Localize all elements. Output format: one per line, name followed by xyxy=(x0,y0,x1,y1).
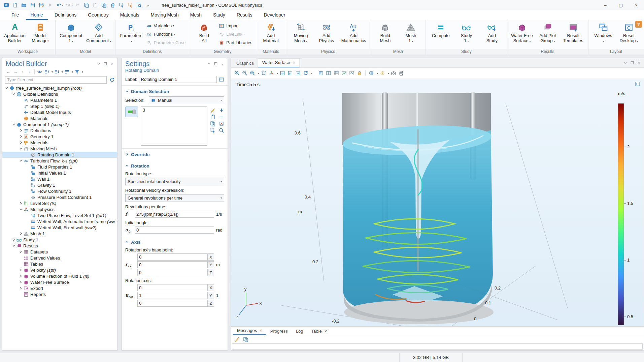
tree-item-definitions[interactable]: Definitions xyxy=(2,127,117,133)
legend-toggle-icon[interactable] xyxy=(634,81,641,87)
tree-item-initial-values-1[interactable]: DInitial Values 1 xyxy=(2,170,117,176)
chevron-down-icon[interactable]: ▾ xyxy=(388,72,389,75)
tree-item-study-1[interactable]: Study 1 xyxy=(2,237,117,243)
messages-tab-table[interactable]: Table× xyxy=(307,328,331,335)
select-box-icon[interactable] xyxy=(210,127,215,133)
tree-item-moving-mesh[interactable]: Moving Mesh xyxy=(2,146,117,152)
transparency-icon[interactable] xyxy=(317,70,324,77)
tree-item-rotating-domain-1[interactable]: Rotating Domain 1 xyxy=(2,152,117,158)
chevron-right-icon[interactable] xyxy=(19,280,23,284)
menu-tab-file[interactable]: File xyxy=(7,10,24,20)
clear-selections-icon[interactable] xyxy=(126,1,135,9)
section-override[interactable]: Override xyxy=(122,150,228,158)
clear-log-icon[interactable] xyxy=(234,336,240,343)
chevron-right-icon[interactable] xyxy=(11,238,16,241)
u-block-z-input[interactable] xyxy=(137,300,208,307)
plot-scene[interactable]: 0.60.4m0.2-0.20.20.10 yxz Time=5.5 s m/s… xyxy=(231,79,644,327)
chevron-right-icon[interactable] xyxy=(19,129,23,132)
environment-icon[interactable] xyxy=(379,70,386,77)
new-file-icon[interactable] xyxy=(11,1,20,9)
chevron-down-icon[interactable]: ▾ xyxy=(62,4,63,7)
surface-table-icon[interactable] xyxy=(333,70,340,77)
select-entities-icon[interactable] xyxy=(117,1,126,9)
menu-tab-materials[interactable]: Materials xyxy=(115,10,144,20)
section-axis[interactable]: Axis xyxy=(122,238,228,246)
menu-tab-study[interactable]: Study xyxy=(208,10,230,20)
add-physics-button[interactable]: AddPhysics xyxy=(314,21,339,49)
tree-item-fluid-properties-1[interactable]: DFluid Properties 1 xyxy=(2,164,117,170)
chevron-down-icon[interactable]: ▾ xyxy=(377,72,378,75)
chevron-right-icon[interactable] xyxy=(19,232,23,235)
tree-item-wall-1[interactable]: DWall 1 xyxy=(2,176,117,182)
tree-item-wetted-wall-automatic-from-frame[interactable]: Wetted Wall, Automatic from frame(ww 1) xyxy=(2,218,117,224)
zoom-to-selection-icon[interactable] xyxy=(219,127,224,133)
application-builder-button[interactable]: AApplicationBuilder xyxy=(2,21,28,49)
graphics-tab-graphics[interactable]: Graphics xyxy=(232,59,258,67)
chevron-down-icon[interactable] xyxy=(19,159,23,162)
tree-item-global-definitions[interactable]: Global Definitions xyxy=(2,91,117,97)
update-plot-icon[interactable] xyxy=(302,70,309,77)
duplicate-icon[interactable] xyxy=(100,1,108,9)
section-domain-selection[interactable]: Domain Selection xyxy=(122,87,228,95)
open-folder-icon[interactable] xyxy=(20,1,28,9)
rename-icon[interactable] xyxy=(219,77,224,82)
close-icon[interactable]: × xyxy=(293,60,295,65)
chevron-right-icon[interactable] xyxy=(19,268,23,272)
chevron-right-icon[interactable] xyxy=(19,202,23,205)
tree-item-parameters-1[interactable]: PiParameters 1 xyxy=(2,97,117,103)
add-component-button[interactable]: AddComponent▾ xyxy=(84,21,113,49)
zoom-in-icon[interactable] xyxy=(234,70,240,77)
add-selection-icon[interactable] xyxy=(219,107,224,113)
result-templates-button[interactable]: ResultTemplates xyxy=(561,21,586,49)
zoom-extents-icon[interactable] xyxy=(260,70,267,77)
add-material-button[interactable]: AddMaterial xyxy=(258,21,284,49)
build-all-button[interactable]: BuildAll xyxy=(191,21,217,49)
help-icon[interactable]: ? xyxy=(635,21,642,28)
menu-tab-results[interactable]: Results xyxy=(232,10,257,20)
chevron-down-icon[interactable] xyxy=(11,123,16,126)
chevron-down-icon[interactable]: ▾ xyxy=(311,72,312,75)
maximize-icon[interactable]: ▢ xyxy=(613,0,629,10)
refresh-icon[interactable] xyxy=(109,77,115,83)
tree-filter-input[interactable] xyxy=(5,76,107,84)
chevron-down-icon[interactable] xyxy=(11,244,16,247)
chevron-down-icon[interactable] xyxy=(19,208,23,211)
tree-item-results[interactable]: Results xyxy=(2,243,117,249)
menu-tab-home[interactable]: Home xyxy=(26,10,48,20)
nav-forward-icon[interactable]: → xyxy=(12,69,19,75)
section-rotation[interactable]: Rotation xyxy=(122,161,228,170)
compute-button[interactable]: Compute xyxy=(428,21,453,49)
f-input[interactable] xyxy=(135,211,214,218)
chevron-down-icon[interactable]: ▾ xyxy=(72,70,73,73)
move-up-icon[interactable]: ↑ xyxy=(19,69,26,75)
chevron-right-icon[interactable] xyxy=(19,274,23,278)
close-icon[interactable] xyxy=(110,62,114,66)
default-view-icon[interactable] xyxy=(268,70,275,77)
chevron-down-icon[interactable] xyxy=(19,147,23,150)
tree-item-wetted-wall-fixed-wall[interactable]: Wetted Wall, Fixed wall(ww2) xyxy=(2,224,117,231)
chevron-down-icon[interactable] xyxy=(96,62,101,66)
chevron-down-icon[interactable] xyxy=(623,61,628,65)
zoom-out-icon[interactable] xyxy=(241,70,248,77)
float-icon[interactable] xyxy=(213,62,218,66)
copy-log-icon[interactable] xyxy=(242,336,249,343)
menu-tab-definitions[interactable]: Definitions xyxy=(50,10,81,20)
menu-tab-geometry[interactable]: Geometry xyxy=(83,10,113,20)
move-down-icon[interactable]: ↓ xyxy=(26,69,33,75)
tree-item-volume-fraction-of-fluid-1[interactable]: Volume Fraction of Fluid 1(ls) xyxy=(2,273,117,279)
chevron-down-icon[interactable]: ▾ xyxy=(62,70,63,73)
tree-item-derived-values[interactable]: 8.85e-12Derived Values xyxy=(2,255,117,261)
tree-item-datasets[interactable]: Datasets xyxy=(2,249,117,255)
tree-item-level-set[interactable]: Level Set(ls) xyxy=(2,200,117,206)
nav-back-icon[interactable]: ← xyxy=(5,69,11,75)
delete-icon[interactable] xyxy=(108,1,117,9)
chevron-down-icon[interactable] xyxy=(11,92,16,96)
chevron-right-icon[interactable] xyxy=(19,250,23,253)
xy-view-icon[interactable]: xy xyxy=(279,70,286,77)
add-mathematics-button[interactable]: ΔuAddMathematics xyxy=(339,21,368,49)
label-input[interactable] xyxy=(139,76,217,83)
split-view-icon[interactable] xyxy=(325,70,332,77)
remove-selection-icon[interactable] xyxy=(219,114,224,120)
chevron-right-icon[interactable] xyxy=(19,141,23,144)
tree-item-water-free-surface[interactable]: Water Free Surface xyxy=(2,279,117,285)
